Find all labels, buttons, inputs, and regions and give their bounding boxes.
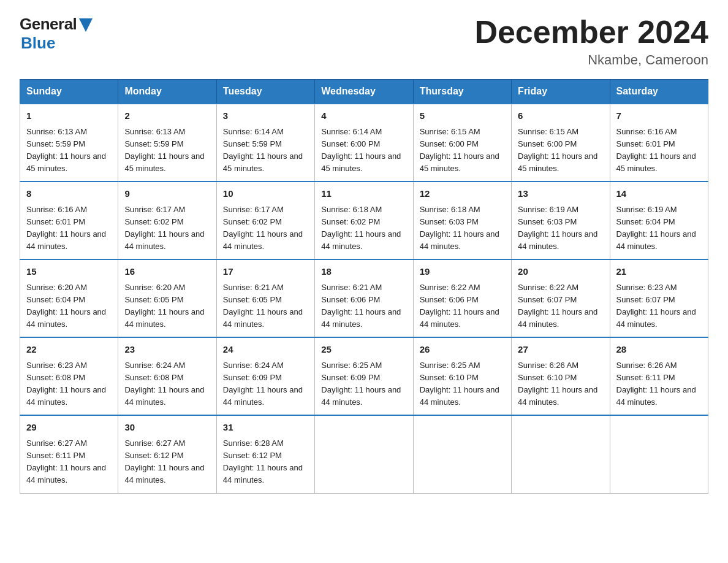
day-number: 28 [616,343,702,357]
day-number: 21 [616,265,702,279]
day-info: Sunrise: 6:17 AMSunset: 6:02 PMDaylight:… [124,205,204,251]
day-info: Sunrise: 6:15 AMSunset: 6:00 PMDaylight:… [420,127,499,173]
day-number: 12 [420,187,505,201]
day-number: 13 [518,187,603,201]
calendar-cell: 25 Sunrise: 6:25 AMSunset: 6:09 PMDaylig… [315,337,413,415]
day-number: 10 [223,187,308,201]
week-row-3: 15 Sunrise: 6:20 AMSunset: 6:04 PMDaylig… [20,259,708,337]
calendar-table: SundayMondayTuesdayWednesdayThursdayFrid… [20,79,708,493]
day-number: 27 [518,343,603,357]
day-info: Sunrise: 6:14 AMSunset: 5:59 PMDaylight:… [223,127,303,173]
column-header-tuesday: Tuesday [216,80,314,104]
calendar-cell: 11 Sunrise: 6:18 AMSunset: 6:02 PMDaylig… [315,182,413,259]
week-row-1: 1 Sunrise: 6:13 AMSunset: 5:59 PMDayligh… [20,104,708,182]
calendar-title: December 2024 [474,15,708,50]
calendar-cell: 2 Sunrise: 6:13 AMSunset: 5:59 PMDayligh… [118,104,216,182]
calendar-cell: 29 Sunrise: 6:27 AMSunset: 6:11 PMDaylig… [20,415,118,493]
day-number: 4 [321,109,406,123]
day-number: 14 [616,187,702,201]
calendar-cell: 20 Sunrise: 6:22 AMSunset: 6:07 PMDaylig… [512,259,610,337]
week-row-5: 29 Sunrise: 6:27 AMSunset: 6:11 PMDaylig… [20,415,708,493]
calendar-header-row: SundayMondayTuesdayWednesdayThursdayFrid… [20,80,708,104]
week-row-2: 8 Sunrise: 6:16 AMSunset: 6:01 PMDayligh… [20,182,708,259]
calendar-cell: 8 Sunrise: 6:16 AMSunset: 6:01 PMDayligh… [20,182,118,259]
calendar-cell: 12 Sunrise: 6:18 AMSunset: 6:03 PMDaylig… [413,182,511,259]
day-info: Sunrise: 6:26 AMSunset: 6:10 PMDaylight:… [518,361,597,407]
day-info: Sunrise: 6:22 AMSunset: 6:07 PMDaylight:… [518,283,597,329]
day-number: 11 [321,187,406,201]
day-info: Sunrise: 6:15 AMSunset: 6:00 PMDaylight:… [518,127,597,173]
calendar-subtitle: Nkambe, Cameroon [474,52,708,68]
day-info: Sunrise: 6:17 AMSunset: 6:02 PMDaylight:… [223,205,303,251]
svg-marker-0 [79,18,93,32]
day-info: Sunrise: 6:22 AMSunset: 6:06 PMDaylight:… [420,283,499,329]
title-block: December 2024 Nkambe, Cameroon [474,15,708,68]
calendar-cell: 9 Sunrise: 6:17 AMSunset: 6:02 PMDayligh… [118,182,216,259]
day-number: 5 [420,109,505,123]
day-number: 26 [420,343,505,357]
day-number: 7 [616,109,702,123]
day-info: Sunrise: 6:25 AMSunset: 6:10 PMDaylight:… [420,361,499,407]
calendar-cell: 7 Sunrise: 6:16 AMSunset: 6:01 PMDayligh… [610,104,708,182]
calendar-cell [315,415,413,493]
calendar-cell: 16 Sunrise: 6:20 AMSunset: 6:05 PMDaylig… [118,259,216,337]
day-number: 16 [124,265,210,279]
day-number: 1 [26,109,112,123]
day-info: Sunrise: 6:26 AMSunset: 6:11 PMDaylight:… [616,361,696,407]
day-info: Sunrise: 6:24 AMSunset: 6:09 PMDaylight:… [223,361,303,407]
day-info: Sunrise: 6:13 AMSunset: 5:59 PMDaylight:… [124,127,204,173]
week-row-4: 22 Sunrise: 6:23 AMSunset: 6:08 PMDaylig… [20,337,708,415]
day-number: 19 [420,265,505,279]
day-number: 3 [223,109,308,123]
calendar-cell: 1 Sunrise: 6:13 AMSunset: 5:59 PMDayligh… [20,104,118,182]
day-number: 30 [124,421,210,435]
calendar-cell: 30 Sunrise: 6:27 AMSunset: 6:12 PMDaylig… [118,415,216,493]
logo-blue-text: Blue [21,34,55,53]
calendar-cell [512,415,610,493]
column-header-friday: Friday [512,80,610,104]
logo-triangle-icon [79,18,93,32]
calendar-cell: 26 Sunrise: 6:25 AMSunset: 6:10 PMDaylig… [413,337,511,415]
calendar-cell: 5 Sunrise: 6:15 AMSunset: 6:00 PMDayligh… [413,104,511,182]
day-number: 22 [26,343,112,357]
calendar-cell: 21 Sunrise: 6:23 AMSunset: 6:07 PMDaylig… [610,259,708,337]
day-number: 20 [518,265,603,279]
day-number: 29 [26,421,112,435]
day-number: 6 [518,109,603,123]
day-info: Sunrise: 6:27 AMSunset: 6:11 PMDaylight:… [26,439,106,484]
calendar-cell: 28 Sunrise: 6:26 AMSunset: 6:11 PMDaylig… [610,337,708,415]
logo: General Blue [20,15,93,53]
day-info: Sunrise: 6:25 AMSunset: 6:09 PMDaylight:… [321,361,401,407]
day-info: Sunrise: 6:16 AMSunset: 6:01 PMDaylight:… [616,127,696,173]
day-info: Sunrise: 6:13 AMSunset: 5:59 PMDaylight:… [26,127,106,173]
day-info: Sunrise: 6:23 AMSunset: 6:07 PMDaylight:… [616,283,696,329]
calendar-cell: 22 Sunrise: 6:23 AMSunset: 6:08 PMDaylig… [20,337,118,415]
day-info: Sunrise: 6:27 AMSunset: 6:12 PMDaylight:… [124,439,204,484]
calendar-cell: 31 Sunrise: 6:28 AMSunset: 6:12 PMDaylig… [216,415,314,493]
column-header-saturday: Saturday [610,80,708,104]
calendar-cell: 18 Sunrise: 6:21 AMSunset: 6:06 PMDaylig… [315,259,413,337]
day-info: Sunrise: 6:21 AMSunset: 6:06 PMDaylight:… [321,283,401,329]
calendar-cell: 3 Sunrise: 6:14 AMSunset: 5:59 PMDayligh… [216,104,314,182]
day-number: 8 [26,187,112,201]
day-info: Sunrise: 6:23 AMSunset: 6:08 PMDaylight:… [26,361,106,407]
calendar-cell: 27 Sunrise: 6:26 AMSunset: 6:10 PMDaylig… [512,337,610,415]
day-number: 17 [223,265,308,279]
day-info: Sunrise: 6:24 AMSunset: 6:08 PMDaylight:… [124,361,204,407]
calendar-cell: 17 Sunrise: 6:21 AMSunset: 6:05 PMDaylig… [216,259,314,337]
day-number: 31 [223,421,308,435]
calendar-cell: 15 Sunrise: 6:20 AMSunset: 6:04 PMDaylig… [20,259,118,337]
day-number: 24 [223,343,308,357]
column-header-wednesday: Wednesday [315,80,413,104]
column-header-monday: Monday [118,80,216,104]
calendar-cell: 14 Sunrise: 6:19 AMSunset: 6:04 PMDaylig… [610,182,708,259]
day-info: Sunrise: 6:20 AMSunset: 6:05 PMDaylight:… [124,283,204,329]
calendar-cell: 24 Sunrise: 6:24 AMSunset: 6:09 PMDaylig… [216,337,314,415]
day-number: 15 [26,265,112,279]
day-number: 25 [321,343,406,357]
calendar-cell: 13 Sunrise: 6:19 AMSunset: 6:03 PMDaylig… [512,182,610,259]
day-number: 23 [124,343,210,357]
day-info: Sunrise: 6:18 AMSunset: 6:02 PMDaylight:… [321,205,401,251]
calendar-cell: 23 Sunrise: 6:24 AMSunset: 6:08 PMDaylig… [118,337,216,415]
calendar-cell: 10 Sunrise: 6:17 AMSunset: 6:02 PMDaylig… [216,182,314,259]
